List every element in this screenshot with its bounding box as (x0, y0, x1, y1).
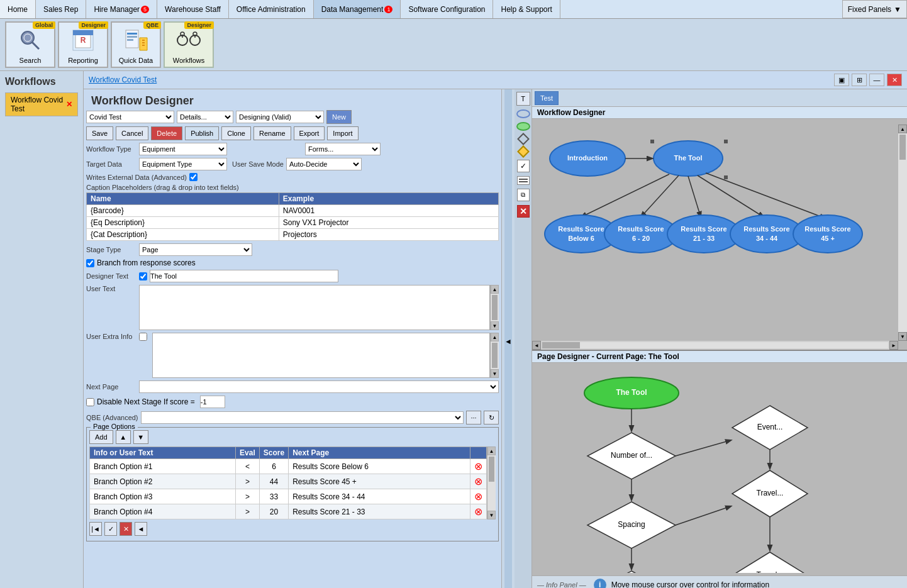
clone-button[interactable]: Clone (221, 126, 251, 140)
svg-text:Results Score: Results Score (618, 225, 664, 233)
row-info[interactable]: Branch Option #2 (90, 474, 236, 489)
filled-diamond-tool[interactable] (517, 145, 530, 158)
row-score: 6 (259, 459, 288, 474)
tab-sales-rep[interactable]: Sales Rep (36, 0, 86, 18)
stage-type-select[interactable]: Page (139, 243, 252, 256)
content-area: Workflow Covid Test ▣ ⊞ — ✕ Workflow Des… (84, 71, 907, 588)
collapse-panel-button[interactable]: ◄ (504, 89, 512, 588)
qbe-refresh-button[interactable]: ↻ (484, 411, 499, 424)
minimize-button[interactable]: — (869, 74, 884, 86)
target-data-select[interactable]: Equipment Type (139, 158, 227, 170)
placeholder-name: {Cat Description} (87, 229, 279, 241)
breadcrumb[interactable]: Workflow Covid Test (89, 75, 157, 84)
sidebar-title: Workflows (5, 76, 78, 87)
quick-data-icon (121, 25, 151, 55)
diamond-tool[interactable] (517, 133, 530, 145)
move-up-button[interactable]: ▲ (116, 430, 131, 444)
row-info[interactable]: Branch Option #3 (90, 489, 236, 504)
sidebar-item-workflow-covid[interactable]: Workflow Covid Test ✕ (5, 92, 78, 116)
disable-next-stage-checkbox[interactable] (86, 398, 94, 406)
close-button[interactable]: ✕ (887, 74, 902, 86)
user-extra-info-checkbox[interactable] (139, 333, 147, 341)
details-select[interactable]: Details... (177, 111, 233, 123)
disable-next-stage-row: Disable Next Stage If score = (86, 396, 499, 408)
disable-next-stage-input[interactable] (200, 396, 225, 408)
tab-warehouse-staff[interactable]: Warehouse Staff (157, 0, 229, 18)
status-select[interactable]: Designing (Valid) (236, 111, 324, 123)
workflow-name-select[interactable]: Covid Test (86, 111, 174, 123)
page-designer-svg-container[interactable]: The Tool Number of... Spacin (532, 363, 907, 573)
writes-external-checkbox[interactable] (189, 173, 198, 181)
maximize-button[interactable]: ▣ (834, 74, 849, 86)
quick-data-badge: QBE (143, 21, 161, 29)
tab-home[interactable]: Home (0, 0, 36, 18)
export-button[interactable]: Export (294, 126, 325, 140)
user-save-mode-select[interactable]: Auto-Decide (286, 158, 362, 170)
tab-software-config[interactable]: Software Configuration (401, 0, 493, 18)
designer-split: Workflow Designer Covid Test Details... … (84, 89, 907, 588)
forms-select[interactable]: Forms... (305, 143, 381, 155)
user-extra-info-scrollbar: ▲ ▼ (490, 333, 499, 378)
copy-tool[interactable]: ⧉ (517, 189, 530, 201)
cancel-button[interactable]: Cancel (116, 126, 148, 140)
tab-data-mgmt[interactable]: Data Management 1 (314, 0, 401, 18)
fixed-panels-button[interactable]: Fixed Panels ▼ (842, 0, 907, 18)
tool-test-button[interactable]: T (516, 92, 530, 106)
toolbar-search[interactable]: Global Search (5, 21, 55, 68)
nav-up-button[interactable]: ✓ (104, 522, 117, 536)
sidebar-item-close-icon[interactable]: ✕ (66, 100, 72, 109)
diagram-area: T ✓ (515, 89, 907, 588)
tab-help-support[interactable]: Help & Support (493, 0, 560, 18)
green-oval-tool[interactable] (516, 122, 530, 131)
wf-diagram-hscroll[interactable]: ◄ ► (532, 341, 898, 350)
toolbar-workflows[interactable]: Designer Workflows (164, 21, 214, 68)
next-page-select[interactable] (139, 380, 499, 393)
wf-diagram-svg-container[interactable]: Introduction The Tool (532, 119, 907, 269)
nav-first-button[interactable]: |◄ (89, 522, 102, 536)
search-icon (15, 25, 45, 55)
table-row: Branch Option #1 < 6 Results Score Below… (90, 459, 487, 474)
tab-hire-manager[interactable]: Hire Manager 5 (86, 0, 157, 18)
check-tool[interactable]: ✓ (517, 160, 530, 172)
nav-delete-row-button[interactable]: ✕ (120, 522, 132, 536)
move-down-button[interactable]: ▼ (133, 430, 148, 444)
row-delete-icon[interactable]: ⊗ (474, 461, 482, 472)
delete-tool[interactable]: ✕ (517, 205, 530, 218)
publish-button[interactable]: Publish (185, 126, 219, 140)
add-button[interactable]: Add (89, 430, 113, 444)
row-info[interactable]: Branch Option #1 (90, 459, 236, 474)
table-footer-row: |◄ ✓ ✕ ◄ (89, 522, 496, 536)
nav-prev-button[interactable]: ◄ (135, 522, 147, 536)
qbe-select[interactable] (141, 411, 464, 424)
qbe-dots-button[interactable]: ··· (466, 411, 481, 424)
col-next-page: Next Page (289, 447, 470, 459)
designer-left: Workflow Designer Covid Test Details... … (84, 89, 502, 588)
oval-tool[interactable] (516, 109, 530, 118)
new-button[interactable]: New (326, 110, 352, 124)
row-eval: > (236, 474, 260, 489)
restore-button[interactable]: ⊞ (852, 74, 867, 86)
row-delete-icon[interactable]: ⊗ (474, 491, 482, 502)
workflow-type-select[interactable]: Equipment (139, 143, 227, 155)
user-text-area[interactable] (139, 285, 490, 330)
tab-office-admin[interactable]: Office Administration (229, 0, 314, 18)
svg-marker-58 (587, 571, 676, 573)
table-row: Branch Option #2 > 44 Results Score 45 +… (90, 474, 487, 489)
save-button[interactable]: Save (86, 126, 113, 140)
toolbar-quick-data[interactable]: QBE Quick Data (111, 21, 161, 68)
rename-button[interactable]: Rename (253, 126, 291, 140)
right-panels: Test Workflow Designer (532, 89, 907, 588)
designer-text-input[interactable] (150, 270, 338, 282)
designer-text-checkbox[interactable] (139, 272, 147, 280)
user-extra-info-area[interactable] (152, 333, 490, 378)
delete-button[interactable]: Delete (151, 126, 182, 140)
import-button[interactable]: Import (327, 126, 358, 140)
lines-tool[interactable] (517, 176, 530, 185)
row-delete-icon[interactable]: ⊗ (474, 506, 482, 517)
toolbar-reporting[interactable]: Designer R Reporting (58, 21, 108, 68)
row-delete-icon[interactable]: ⊗ (474, 476, 482, 487)
placeholder-row: {Barcode}NAV0001 (87, 205, 499, 217)
test-button[interactable]: Test (535, 91, 559, 105)
row-info[interactable]: Branch Option #4 (90, 504, 236, 519)
branch-scores-checkbox[interactable] (86, 259, 94, 267)
